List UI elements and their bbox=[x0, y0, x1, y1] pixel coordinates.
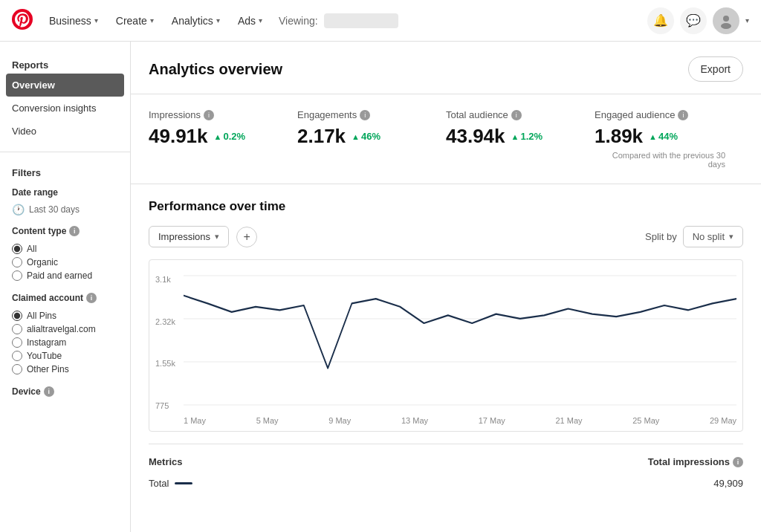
total-audience-info-icon[interactable]: i bbox=[511, 110, 522, 120]
reports-section-title: Reports bbox=[0, 53, 130, 74]
engagements-change: ▲ 46% bbox=[352, 131, 380, 142]
compared-note: Compared with the previous 30 days bbox=[595, 148, 725, 172]
nav-analytics[interactable]: Analytics ▾ bbox=[164, 10, 227, 31]
impressions-info-icon[interactable]: i bbox=[204, 110, 214, 120]
claimed-account-instagram[interactable]: Instagram bbox=[12, 337, 118, 348]
engaged-audience-value: 1.89k ▲ 44% bbox=[595, 125, 725, 148]
up-arrow-icon: ▲ bbox=[352, 132, 360, 141]
nav-business[interactable]: Business ▾ bbox=[42, 10, 106, 31]
device-title: Device i bbox=[12, 386, 118, 397]
sidebar-item-video[interactable]: Video bbox=[0, 120, 130, 143]
metrics-table: Metrics Total impressions i Total 49,909 bbox=[149, 444, 743, 493]
content-type-all[interactable]: All bbox=[12, 244, 118, 254]
chart-controls: Impressions ▾ + Split by No split ▾ bbox=[149, 226, 743, 247]
performance-chart bbox=[184, 272, 736, 413]
y-label-3: 3.1k bbox=[155, 275, 179, 284]
nav-right-actions: 🔔 💬 ▾ bbox=[647, 7, 749, 34]
x-labels: 1 May 5 May 9 May 13 May 17 May 21 May 2… bbox=[184, 416, 736, 425]
page-header: Analytics overview Export bbox=[131, 42, 761, 94]
split-dropdown[interactable]: No split ▾ bbox=[683, 226, 743, 247]
claimed-account-youtube[interactable]: YouTube bbox=[12, 351, 118, 361]
dropdown-arrow-icon: ▾ bbox=[215, 232, 219, 241]
total-audience-change: ▲ 1.2% bbox=[511, 131, 543, 142]
up-arrow-icon: ▲ bbox=[649, 132, 657, 141]
content-type-info-icon[interactable]: i bbox=[69, 226, 80, 236]
content-type-title: Content type i bbox=[12, 226, 118, 236]
x-label-3: 13 May bbox=[401, 416, 428, 425]
messages-button[interactable]: 💬 bbox=[680, 7, 707, 34]
engagements-info-icon[interactable]: i bbox=[360, 110, 370, 120]
content-type-paid-earned[interactable]: Paid and earned bbox=[12, 270, 118, 281]
metrics-label: Metrics bbox=[149, 456, 183, 467]
content-type-options: All Organic Paid and earned bbox=[12, 241, 118, 284]
x-label-6: 25 May bbox=[632, 416, 659, 425]
page-layout: Reports Overview Conversion insights Vid… bbox=[0, 42, 761, 532]
claimed-website-radio[interactable] bbox=[12, 324, 22, 334]
notifications-button[interactable]: 🔔 bbox=[647, 7, 674, 34]
claimed-account-all-pins[interactable]: All Pins bbox=[12, 311, 118, 321]
export-button[interactable]: Export bbox=[688, 56, 743, 82]
date-range-section: Date range 🕐 Last 30 days bbox=[0, 181, 130, 220]
claimed-account-title: Claimed account i bbox=[12, 293, 118, 303]
engagements-label: Engagements i bbox=[297, 109, 428, 120]
metric-engaged-audience: Engaged audience i 1.89k ▲ 44% Compared … bbox=[595, 109, 743, 172]
account-chevron-icon[interactable]: ▾ bbox=[745, 16, 749, 25]
main-content: Analytics overview Export Impressions i … bbox=[131, 42, 761, 532]
impressions-change: ▲ 0.2% bbox=[214, 131, 246, 142]
chart-section: Performance over time Impressions ▾ + Sp… bbox=[131, 184, 761, 508]
nav-create[interactable]: Create ▾ bbox=[109, 10, 161, 31]
metrics-row: Impressions i 49.91k ▲ 0.2% Engagements … bbox=[131, 94, 761, 184]
chevron-down-icon: ▾ bbox=[150, 16, 154, 25]
metric-total-audience: Total audience i 43.94k ▲ 1.2% bbox=[446, 109, 595, 172]
impressions-dropdown[interactable]: Impressions ▾ bbox=[149, 226, 229, 247]
date-range-value[interactable]: 🕐 Last 30 days bbox=[12, 202, 118, 217]
viewing-value bbox=[324, 13, 398, 28]
content-type-section: Content type i All Organic Paid and earn… bbox=[0, 220, 130, 287]
total-row-label: Total bbox=[149, 478, 192, 489]
metric-engagements: Engagements i 2.17k ▲ 46% bbox=[297, 109, 446, 172]
chart-with-labels: 3.1k 2.32k 1.55k 775 bbox=[155, 272, 736, 425]
x-label-5: 21 May bbox=[555, 416, 582, 425]
content-type-organic-radio[interactable] bbox=[12, 257, 22, 267]
svg-point-1 bbox=[723, 16, 729, 22]
sidebar-item-overview[interactable]: Overview bbox=[6, 74, 124, 97]
content-type-all-radio[interactable] bbox=[12, 244, 22, 254]
split-dropdown-arrow-icon: ▾ bbox=[729, 232, 734, 241]
total-impressions-info-icon[interactable]: i bbox=[733, 457, 743, 467]
claimed-account-info-icon[interactable]: i bbox=[86, 293, 97, 303]
x-label-1: 5 May bbox=[256, 416, 279, 425]
nav-viewing: Viewing: bbox=[279, 13, 398, 28]
claimed-all-radio[interactable] bbox=[12, 311, 22, 321]
avatar[interactable] bbox=[713, 7, 739, 34]
chevron-down-icon: ▾ bbox=[259, 16, 262, 25]
y-label-0: 775 bbox=[155, 401, 179, 410]
engaged-audience-label: Engaged audience i bbox=[595, 109, 725, 120]
claimed-account-other-pins[interactable]: Other Pins bbox=[12, 364, 118, 374]
metric-impressions: Impressions i 49.91k ▲ 0.2% bbox=[149, 109, 297, 172]
nav-ads[interactable]: Ads ▾ bbox=[230, 10, 270, 31]
content-type-organic[interactable]: Organic bbox=[12, 257, 118, 267]
claimed-account-section: Claimed account i All Pins alialtravelga… bbox=[0, 287, 130, 380]
content-type-paid-radio[interactable] bbox=[12, 270, 22, 281]
chart-area: 3.1k 2.32k 1.55k 775 bbox=[149, 259, 743, 432]
y-label-1: 1.55k bbox=[155, 359, 179, 368]
impressions-value: 49.91k ▲ 0.2% bbox=[149, 125, 279, 148]
sidebar-item-conversion-insights[interactable]: Conversion insights bbox=[0, 97, 130, 120]
claimed-youtube-radio[interactable] bbox=[12, 351, 22, 361]
chevron-down-icon: ▾ bbox=[94, 16, 98, 25]
top-navigation: Business ▾ Create ▾ Analytics ▾ Ads ▾ Vi… bbox=[0, 0, 761, 42]
device-info-icon[interactable]: i bbox=[44, 386, 54, 397]
add-metric-button[interactable]: + bbox=[236, 227, 257, 247]
claimed-other-radio[interactable] bbox=[12, 364, 22, 374]
sidebar: Reports Overview Conversion insights Vid… bbox=[0, 42, 131, 532]
pinterest-logo[interactable] bbox=[12, 9, 33, 32]
impressions-label: Impressions i bbox=[149, 109, 279, 120]
table-row: Total 49,909 bbox=[149, 473, 743, 493]
engagements-value: 2.17k ▲ 46% bbox=[297, 125, 428, 148]
claimed-instagram-radio[interactable] bbox=[12, 337, 22, 348]
chart-section-title: Performance over time bbox=[149, 199, 743, 214]
total-audience-label: Total audience i bbox=[446, 109, 577, 120]
engaged-audience-info-icon[interactable]: i bbox=[678, 110, 688, 120]
total-audience-value: 43.94k ▲ 1.2% bbox=[446, 125, 577, 148]
claimed-account-website[interactable]: alialtravelgal.com bbox=[12, 324, 118, 334]
